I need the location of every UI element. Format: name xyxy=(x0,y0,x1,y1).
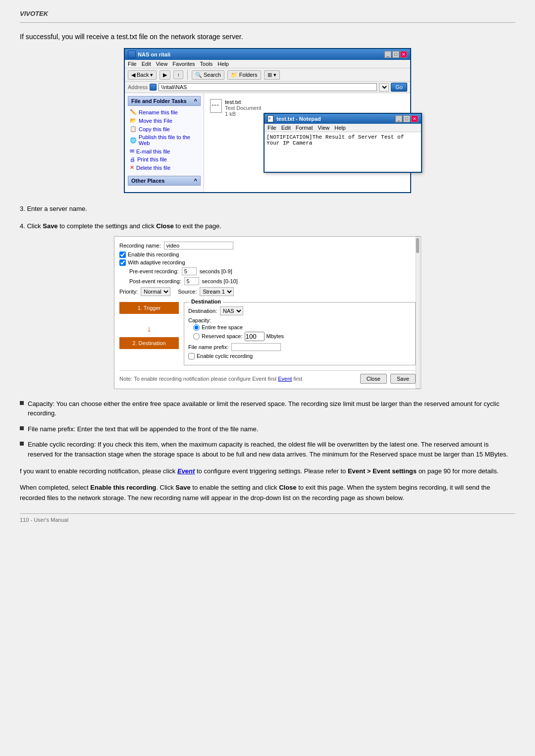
close-button[interactable]: Close xyxy=(360,374,387,384)
explorer-titlebar: NAS on ritali _ □ ✕ xyxy=(125,49,410,60)
sidebar-item-email[interactable]: ✉ E-mail this file xyxy=(128,147,201,155)
view-dropdown-icon: ▾ xyxy=(273,72,276,78)
bullet-icon-1 xyxy=(20,426,24,430)
print-label: Print this file xyxy=(137,156,167,162)
address-value: \\ritali\NAS xyxy=(161,84,187,90)
body-para1-suffix: to configure event triggering settings. … xyxy=(195,467,348,475)
section1-collapse-icon[interactable]: ^ xyxy=(194,98,197,104)
enable-recording-checkbox[interactable] xyxy=(119,252,126,258)
delete-icon: ✕ xyxy=(130,164,134,171)
pre-event-input[interactable] xyxy=(182,267,197,275)
bullet-section: Capacity: You can choose either the enti… xyxy=(20,399,515,459)
trigger-dest-flex: 1. Trigger ↓ 2. Destination Destination … xyxy=(119,302,416,365)
body-para1-prefix: f you want to enable recording notificat… xyxy=(20,467,177,475)
np-menu-edit[interactable]: Edit xyxy=(281,125,291,131)
pre-event-unit: seconds [0-9] xyxy=(200,268,232,274)
explorer-sidebar: File and Folder Tasks ^ ✏️ Rename this f… xyxy=(125,93,204,192)
body-para1-bold: Event > Event settings xyxy=(348,467,417,475)
restore-btn[interactable]: □ xyxy=(392,51,399,58)
recording-panel: Recording name: Enable this recording Wi… xyxy=(114,236,421,389)
panel-scrollbar[interactable] xyxy=(416,237,420,389)
section2-collapse-icon[interactable]: ^ xyxy=(194,178,197,184)
address-input[interactable]: \\ritali\NAS xyxy=(159,83,377,91)
notepad-title: test.txt - Notepad xyxy=(276,116,321,122)
event-link[interactable]: Event xyxy=(278,376,292,382)
bullet-icon-2 xyxy=(20,442,24,446)
bullet-icon-0 xyxy=(20,401,24,405)
entire-free-space-row: Entire free space xyxy=(193,324,411,331)
source-select[interactable]: Stream 1 xyxy=(200,287,234,296)
reserved-space-radio[interactable] xyxy=(193,333,200,340)
notepad-restore-btn[interactable]: □ xyxy=(403,115,410,122)
copy-icon: 📋 xyxy=(130,126,137,132)
notepad-icon xyxy=(268,115,273,122)
body-para2-bold3: Close xyxy=(279,484,296,491)
back-dropdown-icon: ▾ xyxy=(150,72,153,78)
bullet-text-1: File name prefix: Enter the text that wi… xyxy=(28,424,515,434)
sidebar-item-move[interactable]: 📂 Move this File xyxy=(128,116,201,125)
body-para2-prefix: When completed, select xyxy=(20,484,90,491)
sidebar-item-copy[interactable]: 📋 Copy this file xyxy=(128,125,201,133)
minimize-btn[interactable]: _ xyxy=(384,51,391,58)
cyclic-checkbox[interactable] xyxy=(188,353,195,359)
post-event-input[interactable] xyxy=(184,277,199,285)
menu-help[interactable]: Help xyxy=(217,61,229,67)
back-button[interactable]: ◀ Back ▾ xyxy=(128,70,157,80)
scrollbar-thumb xyxy=(416,238,419,253)
sidebar-item-publish[interactable]: 🌐 Publish this file to the Web xyxy=(128,133,201,147)
notepad-minimize-btn[interactable]: _ xyxy=(395,115,402,122)
priority-select[interactable]: Normal xyxy=(141,287,170,296)
view-button[interactable]: ⊞ ▾ xyxy=(264,70,280,80)
menu-favorites[interactable]: Favorites xyxy=(172,61,195,67)
trigger-button[interactable]: 1. Trigger xyxy=(119,302,179,314)
post-event-unit: seconds [0-10] xyxy=(202,278,238,284)
address-label: Address xyxy=(128,84,148,90)
rename-label: Rename this file xyxy=(139,109,178,115)
body-para2-bold1: Enable this recording xyxy=(90,484,156,491)
menu-edit[interactable]: Edit xyxy=(142,61,151,67)
event-link-inline[interactable]: Event xyxy=(177,467,195,475)
save-button[interactable]: Save xyxy=(390,374,416,384)
step4-text: 4. Click Save to complete the settings a… xyxy=(20,220,515,232)
file-prefix-input[interactable] xyxy=(231,343,281,351)
entire-free-space-radio[interactable] xyxy=(193,324,200,331)
menu-tools[interactable]: Tools xyxy=(200,61,213,67)
intro-text: If successful, you will receive a test.t… xyxy=(20,33,515,41)
close-btn[interactable]: ✕ xyxy=(400,51,407,58)
search-button[interactable]: 🔍 Search xyxy=(192,70,224,80)
sidebar-item-rename[interactable]: ✏️ Rename this file xyxy=(128,108,201,116)
source-row: Source: Stream 1 xyxy=(178,287,234,296)
file-info: test.txt Text Document 1 kB xyxy=(225,99,261,117)
step3-text: 3. Enter a server name. xyxy=(20,203,515,214)
folders-button[interactable]: 📁 Folders xyxy=(227,70,261,80)
step4-close-word: Close xyxy=(156,222,173,230)
sidebar-section1-title: File and Folder Tasks xyxy=(131,98,187,104)
destination-select[interactable]: NAS xyxy=(220,306,243,315)
footer-note: Note: To enable recording notification p… xyxy=(119,376,302,382)
forward-button[interactable]: ▶ xyxy=(160,70,170,80)
menu-file[interactable]: File xyxy=(128,61,137,67)
recording-left-panel: 1. Trigger ↓ 2. Destination xyxy=(119,302,179,365)
np-menu-view[interactable]: View xyxy=(318,125,330,131)
up-button[interactable]: ↑ xyxy=(173,70,183,79)
sidebar-item-delete[interactable]: ✕ Delete this file xyxy=(128,163,201,172)
menu-view[interactable]: View xyxy=(156,61,168,67)
sidebar-item-print[interactable]: 🖨 Print this file xyxy=(128,155,201,163)
np-menu-format[interactable]: Format xyxy=(296,125,313,131)
go-button[interactable]: Go xyxy=(391,83,407,92)
address-folder-icon xyxy=(150,84,157,91)
bullet-item-1: File name prefix: Enter the text that wi… xyxy=(20,424,515,434)
print-icon: 🖨 xyxy=(130,156,135,162)
reserved-space-input[interactable] xyxy=(245,332,265,341)
explorer-title: NAS on ritali xyxy=(138,51,170,57)
email-label: E-mail this file xyxy=(136,149,170,154)
destination-nav-button[interactable]: 2. Destination xyxy=(119,337,179,349)
np-menu-file[interactable]: File xyxy=(268,125,276,131)
recording-name-row: Recording name: xyxy=(119,242,416,250)
adaptive-recording-checkbox[interactable] xyxy=(119,259,126,266)
address-dropdown[interactable] xyxy=(379,83,389,92)
notepad-close-btn[interactable]: ✕ xyxy=(411,115,418,122)
np-menu-help[interactable]: Help xyxy=(334,125,346,131)
body-para1-end: on page 90 for more details. xyxy=(417,467,499,475)
recording-name-input[interactable] xyxy=(164,242,233,250)
